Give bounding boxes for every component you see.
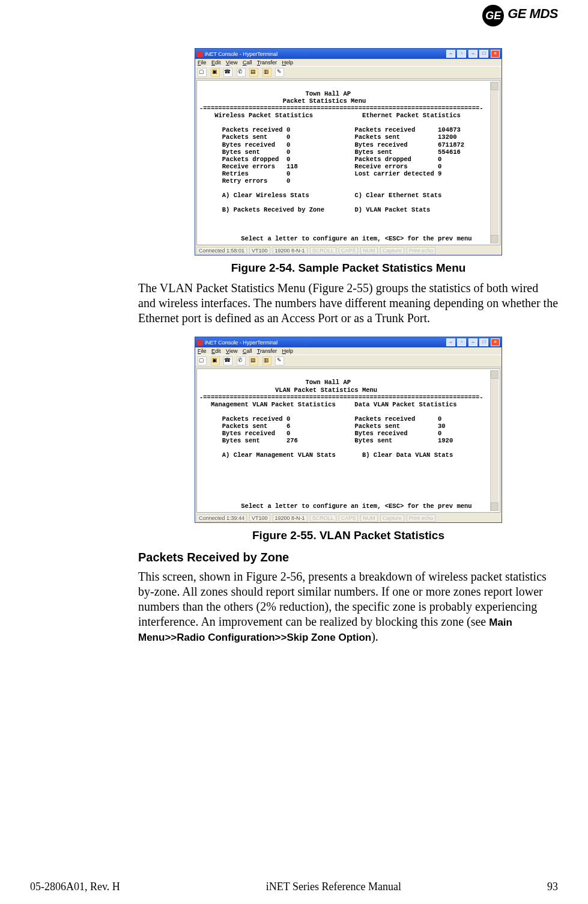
menu-view[interactable]: View (226, 348, 237, 354)
menu-call[interactable]: Call (243, 348, 252, 354)
footer-pagenum: 93 (547, 881, 558, 893)
status-caps: CAPS (339, 515, 359, 522)
hyperterminal-window-2: iNET Console - HyperTerminal – ▫ – □ × F… (195, 337, 502, 522)
terminal-output[interactable]: Town Hall AP Packet Statistics Menu -===… (198, 82, 490, 243)
status-capture: Capture (380, 247, 404, 254)
app-icon (197, 51, 203, 57)
receive-icon[interactable]: ▥ (262, 356, 271, 365)
status-connection: Connected 1:39:44 (196, 515, 247, 522)
minimize-button[interactable]: – (468, 338, 477, 346)
footer-title: iNET Series Reference Manual (266, 881, 401, 893)
status-settings: 19200 8-N-1 (273, 515, 308, 522)
page-footer: 05-2806A01, Rev. H iNET Series Reference… (30, 881, 558, 893)
menu-edit[interactable]: Edit (211, 348, 221, 354)
status-capture: Capture (380, 515, 404, 522)
window-statusbar: Connected 1:39:44 VT100 19200 8-N-1 SCRO… (195, 514, 502, 522)
footer-docnum: 05-2806A01, Rev. H (30, 881, 120, 893)
terminal-scrollbar[interactable] (490, 82, 499, 243)
disconnect-icon[interactable]: ✆ (237, 356, 246, 365)
terminal-scrollbar[interactable] (490, 370, 499, 510)
window-titlebar[interactable]: iNET Console - HyperTerminal – ▫ – □ × (195, 49, 502, 59)
menu-transfer[interactable]: Transfer (257, 60, 277, 66)
new-icon[interactable]: ▢ (198, 356, 207, 365)
figure-caption-255: Figure 2-55. VLAN Packet Statistics (138, 529, 559, 542)
status-caps: CAPS (339, 247, 359, 254)
properties-icon[interactable]: ✎ (275, 356, 284, 365)
status-emulation: VT100 (249, 515, 270, 522)
window-toolbar[interactable]: ▢ ▣ ☎ ✆ ▤ ▥ ✎ (195, 66, 502, 79)
status-scroll: SCROLL (310, 515, 336, 522)
menu-transfer[interactable]: Transfer (257, 348, 277, 354)
status-settings: 19200 8-N-1 (273, 247, 308, 254)
maximize-button[interactable]: □ (479, 338, 488, 346)
window-title: iNET Console - HyperTerminal (205, 340, 277, 346)
figure-caption-254: Figure 2-54. Sample Packet Statistics Me… (138, 261, 559, 275)
window-statusbar: Connected 1:58:01 VT100 19200 8-N-1 SCRO… (195, 246, 502, 255)
status-num: NUM (360, 247, 378, 254)
status-echo: Print echo (407, 247, 436, 254)
send-icon[interactable]: ▤ (249, 356, 258, 365)
body-paragraph-2: This screen, shown in Figure 2-56, prese… (138, 569, 559, 644)
menu-edit[interactable]: Edit (211, 60, 221, 66)
close-button[interactable]: × (491, 338, 500, 346)
terminal-output[interactable]: Town Hall AP VLAN Packet Statistics Menu… (198, 370, 490, 510)
window-menubar[interactable]: File Edit View Call Transfer Help (195, 347, 502, 355)
new-icon[interactable]: ▢ (198, 68, 207, 77)
status-connection: Connected 1:58:01 (196, 247, 247, 254)
status-emulation: VT100 (249, 247, 270, 254)
menu-call[interactable]: Call (243, 60, 252, 66)
maximize-button[interactable]: □ (479, 50, 488, 58)
restore-button[interactable]: ▫ (457, 338, 466, 346)
close-button[interactable]: × (491, 50, 500, 58)
minimize-button[interactable]: – (446, 338, 455, 346)
restore-button[interactable]: ▫ (457, 50, 466, 58)
menu-view[interactable]: View (226, 60, 237, 66)
call-icon[interactable]: ☎ (223, 356, 232, 365)
body-paragraph-1: The VLAN Packet Statistics Menu (Figure … (138, 281, 559, 326)
window-title: iNET Console - HyperTerminal (205, 51, 277, 57)
app-icon (197, 340, 203, 346)
section-heading: Packets Received by Zone (138, 551, 559, 564)
menu-help[interactable]: Help (282, 60, 294, 66)
menu-help[interactable]: Help (282, 348, 294, 354)
minimize-button[interactable]: – (468, 50, 477, 58)
receive-icon[interactable]: ▥ (262, 68, 271, 77)
status-scroll: SCROLL (310, 247, 336, 254)
minimize-button[interactable]: – (446, 50, 455, 58)
status-echo: Print echo (407, 515, 436, 522)
open-icon[interactable]: ▣ (211, 356, 220, 365)
open-icon[interactable]: ▣ (211, 68, 220, 77)
window-menubar[interactable]: File Edit View Call Transfer Help (195, 59, 502, 66)
brand-logo: GEGE MDS (482, 5, 558, 26)
brand-text: GE MDS (508, 6, 558, 21)
send-icon[interactable]: ▤ (249, 68, 258, 77)
disconnect-icon[interactable]: ✆ (237, 68, 246, 77)
menu-file[interactable]: File (198, 60, 207, 66)
window-titlebar[interactable]: iNET Console - HyperTerminal – ▫ – □ × (195, 337, 502, 347)
status-num: NUM (360, 515, 378, 522)
window-toolbar[interactable]: ▢ ▣ ☎ ✆ ▤ ▥ ✎ (195, 355, 502, 367)
menu-file[interactable]: File (198, 348, 207, 354)
hyperterminal-window-1: iNET Console - HyperTerminal – ▫ – □ × F… (195, 48, 502, 255)
ge-monogram-icon: GE (482, 5, 504, 26)
properties-icon[interactable]: ✎ (275, 68, 284, 77)
call-icon[interactable]: ☎ (223, 68, 232, 77)
